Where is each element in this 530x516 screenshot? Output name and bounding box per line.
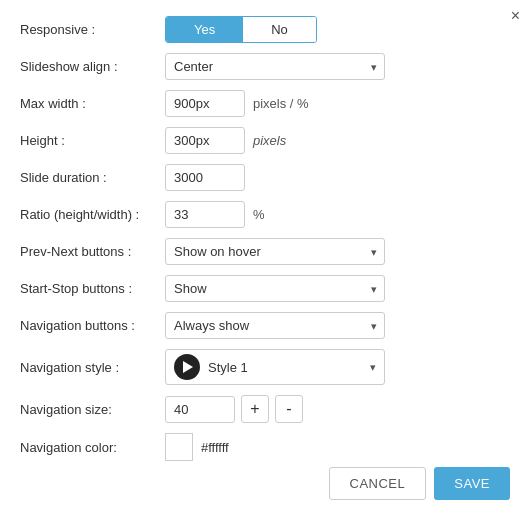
cancel-button[interactable]: CANCEL [329,467,427,500]
nav-color-row: Navigation color: #ffffff [20,433,510,461]
nav-size-plus-button[interactable]: + [241,395,269,423]
height-row: Height : pixels [20,127,510,154]
slideshow-align-label: Slideshow align : [20,59,165,74]
height-unit: pixels [253,133,286,148]
slideshow-align-select[interactable]: Center Left Right [165,53,385,80]
nav-color-hex: #ffffff [201,440,229,455]
nav-style-label: Navigation style : [20,360,165,375]
ratio-unit: % [253,207,265,222]
start-stop-select[interactable]: Show Hide [165,275,385,302]
nav-buttons-select[interactable]: Always show Show on hover Hide [165,312,385,339]
slideshow-align-select-wrap: Center Left Right ▾ [165,53,385,80]
dialog: × Responsive : Yes No Slideshow align : … [0,0,530,516]
prev-next-row: Prev-Next buttons : Show on hover Always… [20,238,510,265]
ratio-input[interactable] [165,201,245,228]
nav-color-swatch[interactable] [165,433,193,461]
prev-next-label: Prev-Next buttons : [20,244,165,259]
nav-buttons-row: Navigation buttons : Always show Show on… [20,312,510,339]
max-width-input[interactable] [165,90,245,117]
height-label: Height : [20,133,165,148]
nav-color-label: Navigation color: [20,440,165,455]
nav-style-dropdown[interactable]: Style 1 ▾ [165,349,385,385]
slide-duration-label: Slide duration : [20,170,165,185]
nav-style-chevron-icon: ▾ [370,361,376,374]
nav-size-input[interactable] [165,396,235,423]
dialog-footer: CANCEL SAVE [329,467,510,500]
slide-duration-row: Slide duration : [20,164,510,191]
max-width-unit: pixels / % [253,96,309,111]
start-stop-label: Start-Stop buttons : [20,281,165,296]
start-stop-row: Start-Stop buttons : Show Hide ▾ [20,275,510,302]
nav-size-minus-button[interactable]: - [275,395,303,423]
responsive-label: Responsive : [20,22,165,37]
height-input[interactable] [165,127,245,154]
nav-style-play-icon [174,354,200,380]
responsive-toggle: Yes No [165,16,317,43]
prev-next-select[interactable]: Show on hover Always show Hide [165,238,385,265]
slide-duration-input[interactable] [165,164,245,191]
responsive-no[interactable]: No [243,17,316,42]
ratio-label: Ratio (height/width) : [20,207,165,222]
nav-style-row: Navigation style : Style 1 ▾ [20,349,510,385]
close-button[interactable]: × [511,8,520,24]
nav-size-label: Navigation size: [20,402,165,417]
responsive-yes[interactable]: Yes [166,17,243,42]
save-button[interactable]: SAVE [434,467,510,500]
nav-buttons-select-wrap: Always show Show on hover Hide ▾ [165,312,385,339]
ratio-row: Ratio (height/width) : % [20,201,510,228]
nav-buttons-label: Navigation buttons : [20,318,165,333]
nav-style-value: Style 1 [208,360,370,375]
max-width-row: Max width : pixels / % [20,90,510,117]
responsive-row: Responsive : Yes No [20,16,510,43]
prev-next-select-wrap: Show on hover Always show Hide ▾ [165,238,385,265]
start-stop-select-wrap: Show Hide ▾ [165,275,385,302]
nav-size-row: Navigation size: + - [20,395,510,423]
max-width-label: Max width : [20,96,165,111]
slideshow-align-row: Slideshow align : Center Left Right ▾ [20,53,510,80]
